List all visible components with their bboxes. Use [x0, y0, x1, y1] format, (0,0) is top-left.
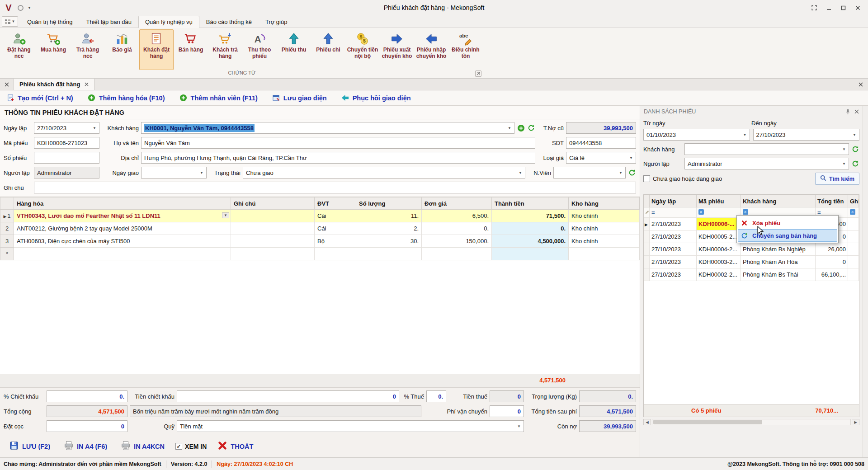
tab-phieu-khach-dat-hang[interactable]: Phiếu khách đặt hàng: [14, 79, 94, 90]
cell-ghi-chu[interactable]: [848, 230, 859, 243]
cell-ngay-lap[interactable]: 27/10/2023: [650, 218, 697, 230]
tab-quan-tri-he-thong[interactable]: Quản trị hệ thống: [20, 16, 79, 28]
cell-khach-hang[interactable]: Phòng Khám An Hòa: [741, 256, 816, 268]
col-header-thanh-tien[interactable]: Thành tiền: [492, 197, 569, 210]
cell-khach-hang[interactable]: Phòng Khám Bs Thái: [741, 268, 816, 281]
col-header-don-gia[interactable]: Đơn giá: [422, 197, 492, 210]
save-layout-button[interactable]: Lưu giao diện: [272, 94, 327, 102]
ribbon-item-phieu-xuat-chuyen-kho[interactable]: Phiếu xuất chuyển kho: [380, 29, 414, 70]
cell-so-luong[interactable]: [356, 248, 422, 260]
add-item-button[interactable]: Thêm hàng hóa (F10): [88, 94, 165, 102]
menu-item-xoa-phieu[interactable]: Xóa phiếu: [738, 216, 837, 229]
cell-dvt[interactable]: Cái: [315, 210, 356, 222]
chevron-down-icon[interactable]: ▼: [198, 171, 203, 175]
col-header-ghi-chu[interactable]: Ghi chú: [231, 197, 315, 210]
chevron-down-icon[interactable]: ▼: [515, 424, 521, 428]
cell-ma-phieu[interactable]: KDH00005-2...: [697, 230, 741, 243]
cell-ghi-chu[interactable]: [231, 248, 315, 260]
col-header-kho-hang[interactable]: Kho hàng: [569, 197, 640, 210]
add-staff-button[interactable]: Thêm nhân viên (F11): [179, 94, 258, 102]
cell-tong-tien[interactable]: 0: [816, 256, 848, 268]
print-a4kcn-button[interactable]: IN A4KCN: [115, 437, 170, 456]
item-row[interactable]: 3 ATH00603, Điện cực chén của máy STI500…: [0, 235, 640, 248]
loai-gia-dropdown[interactable]: Giá lẻ▼: [566, 152, 636, 164]
maximize-button[interactable]: [836, 2, 850, 13]
cell-thanh-tien[interactable]: 4,500,000.: [492, 235, 569, 248]
dia-chi-input[interactable]: Hưng Phú, phường Hưng Thạnh, quận Cái Ră…: [141, 152, 535, 164]
add-customer-icon[interactable]: [517, 124, 525, 132]
new-item-row[interactable]: *: [0, 248, 640, 260]
cell-don-gia[interactable]: 6,500.: [422, 210, 492, 222]
cell-ma-phieu[interactable]: KDH00006-...: [697, 218, 741, 230]
cell-ngay-lap[interactable]: 27/10/2023: [650, 268, 697, 281]
den-ngay-input[interactable]: 27/10/2023▼: [753, 129, 860, 141]
cell-ghi-chu[interactable]: [848, 218, 859, 230]
so-phieu-input[interactable]: [34, 152, 99, 164]
xem-in-toggle[interactable]: XEM IN: [173, 443, 209, 450]
ho-ten-input[interactable]: Nguyễn Văn Tám: [141, 137, 535, 149]
exit-button[interactable]: THOÁT: [212, 437, 259, 456]
cell-kho-hang[interactable]: Kho chính: [569, 222, 640, 235]
item-row[interactable]: ▶1 VTH00343, Lưỡi dao mổ Fearther Nhật s…: [0, 210, 640, 222]
cell-ghi-chu[interactable]: [848, 243, 859, 256]
ma-phieu-input[interactable]: KDH00006-271023: [34, 137, 99, 149]
ribbon-item-mua-hang[interactable]: Mua hàng: [36, 29, 71, 70]
cell-don-gia[interactable]: [422, 248, 492, 260]
tab-bao-cao-thong-ke[interactable]: Báo cáo thống kê: [199, 16, 259, 28]
fit-screen-icon[interactable]: [807, 2, 821, 13]
cell-ghi-chu[interactable]: [848, 256, 859, 268]
tabbar-close-right-icon[interactable]: [854, 79, 868, 90]
filter-ma-cell[interactable]: a: [697, 207, 741, 218]
lcol-tong-tien[interactable]: Tổng tiền: [816, 195, 848, 207]
cell-ma-phieu[interactable]: KDH00004-2...: [697, 243, 741, 256]
phi-van-chuyen-input[interactable]: 0: [490, 405, 524, 417]
ribbon-item-tra-hang-ncc[interactable]: Trả hàng ncc: [71, 29, 105, 70]
pin-icon[interactable]: [845, 109, 851, 115]
cell-dvt[interactable]: Cái: [315, 222, 356, 235]
ribbon-menu-button[interactable]: ▼: [2, 16, 18, 27]
cell-hang-hoa[interactable]: ANT00212, Giường bệnh 2 tay quay Model 2…: [14, 222, 231, 235]
horizontal-scrollbar[interactable]: ◀ ▶: [643, 418, 859, 426]
scroll-right-icon[interactable]: ▶: [852, 419, 859, 425]
refresh-staff-icon[interactable]: [628, 169, 636, 177]
col-header-so-luong[interactable]: Số lượng: [356, 197, 422, 210]
cell-kho-hang[interactable]: [569, 248, 640, 260]
tab-thiet-lap-ban-dau[interactable]: Thiết lập ban đầu: [79, 16, 138, 28]
col-header-hang-hoa[interactable]: Hàng hóa: [14, 197, 231, 210]
cell-don-gia[interactable]: 150,000.: [422, 235, 492, 248]
scrollbar-thumb[interactable]: [653, 420, 762, 424]
chevron-down-icon[interactable]: ▼: [741, 133, 747, 137]
chevron-down-icon[interactable]: ▼: [505, 126, 511, 130]
item-row[interactable]: 2 ANT00212, Giường bệnh 2 tay quay Model…: [0, 222, 640, 235]
lcol-ma-phieu[interactable]: Mã phiếu: [697, 195, 741, 207]
cell-ngay-lap[interactable]: 27/10/2023: [650, 256, 697, 268]
trang-thai-dropdown[interactable]: Chưa giao▼: [243, 167, 525, 179]
tabbar-close-icon[interactable]: [0, 79, 14, 90]
cell-thanh-tien[interactable]: 71,500.: [492, 210, 569, 222]
ribbon-item-khach-tra-hang[interactable]: Khách trả hàng: [208, 29, 242, 70]
filter-nguoi-lap-combo[interactable]: Administrator▼: [684, 158, 849, 169]
chevron-down-icon[interactable]: ▼: [840, 162, 846, 166]
filter-ghi-cell[interactable]: a: [848, 207, 859, 218]
tab-quan-ly-nghiep-vu[interactable]: Quản lý nghiệp vụ: [138, 16, 199, 28]
chevron-down-icon[interactable]: ▼: [617, 171, 623, 175]
chevron-down-icon[interactable]: ▼: [840, 147, 846, 151]
quy-dropdown[interactable]: Tiền mặt▼: [177, 420, 524, 432]
chevron-down-icon[interactable]: ▼: [850, 133, 856, 137]
cell-thanh-tien[interactable]: 0.: [492, 222, 569, 235]
cell-ngay-lap[interactable]: 27/10/2023: [650, 243, 697, 256]
ribbon-item-dieu-chinh-ton[interactable]: abc Điều chỉnh tồn: [448, 29, 483, 70]
lcol-khach-hang[interactable]: Khách hàng: [741, 195, 816, 207]
cell-khach-hang[interactable]: Phòng Khám Bs Nghiệp: [741, 243, 816, 256]
phieu-row[interactable]: 27/10/2023 KDH00004-2... Phòng Khám Bs N…: [644, 243, 859, 256]
cell-ghi-chu[interactable]: [231, 235, 315, 248]
close-button[interactable]: [851, 2, 864, 13]
cell-kho-hang[interactable]: Kho chính: [569, 235, 640, 248]
col-header-dvt[interactable]: ĐVT: [315, 197, 356, 210]
cell-kho-hang[interactable]: Kho chính: [569, 210, 640, 222]
cell-tong-tien[interactable]: 26,000: [816, 243, 848, 256]
cell-so-luong[interactable]: 30.: [356, 235, 422, 248]
sdt-input[interactable]: 0944443558: [566, 137, 636, 149]
chevron-down-icon[interactable]: ▼: [627, 156, 633, 160]
refresh-customer-icon[interactable]: [527, 124, 535, 132]
